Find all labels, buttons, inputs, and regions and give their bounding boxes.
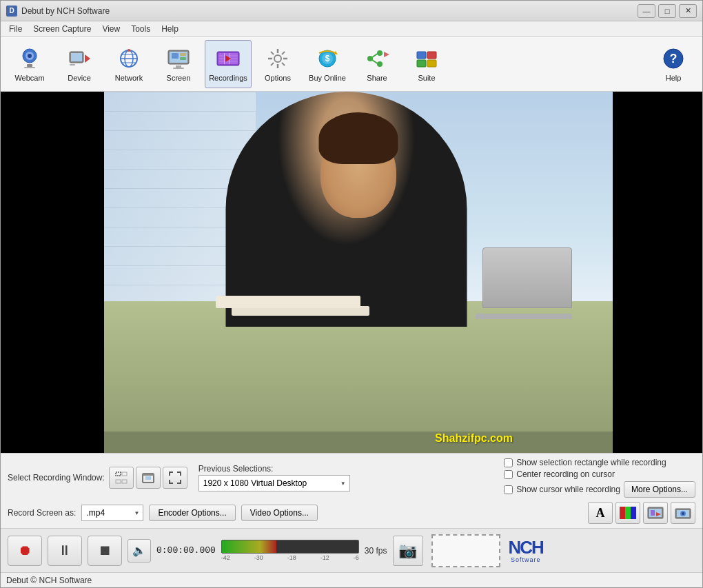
svg-rect-19 — [172, 53, 179, 59]
record-button[interactable]: ⏺ — [8, 536, 42, 566]
svg-rect-49 — [417, 60, 426, 67]
webcam-label: Webcam — [14, 74, 44, 82]
level-meter-bar — [221, 540, 359, 554]
select-window-button[interactable] — [136, 467, 161, 489]
show-cursor-text: Show cursor while recording — [516, 485, 620, 494]
select-region-button[interactable] — [109, 467, 134, 489]
format-select-wrap: .mp4 — [81, 505, 143, 521]
toolbar-device-button[interactable]: Device — [56, 40, 103, 88]
pause-button[interactable]: ⏸ — [48, 536, 82, 566]
center-on-cursor-text: Center recording on cursor — [516, 469, 615, 479]
status-bar: Debut © NCH Software — [1, 572, 702, 587]
more-options-button[interactable]: More Options... — [624, 481, 695, 498]
svg-rect-54 — [122, 472, 127, 476]
toolbar-recordings-button[interactable]: Recordings — [205, 40, 252, 88]
menu-view[interactable]: View — [96, 23, 125, 35]
menu-bar: File Screen Capture View Tools Help — [1, 21, 702, 37]
svg-rect-58 — [143, 474, 154, 476]
meter-fill — [222, 540, 276, 553]
close-button[interactable]: ✕ — [679, 4, 697, 18]
screen-icon — [166, 46, 191, 71]
device-icon — [67, 46, 92, 71]
previous-selections-select[interactable]: 1920 x 1080 Virtual Desktop — [198, 475, 350, 491]
fps-display: 30 fps — [365, 546, 387, 556]
icon-buttons-right: A — [588, 502, 695, 524]
toolbar-options-button[interactable]: Options — [254, 40, 301, 88]
stop-icon: ⏹ — [98, 543, 112, 558]
show-selection-rect-label[interactable]: Show selection rectangle while recording — [504, 458, 695, 467]
show-cursor-checkbox[interactable] — [504, 485, 513, 494]
webcam-icon — [17, 46, 42, 71]
svg-line-36 — [282, 63, 285, 65]
record-icon: ⏺ — [18, 543, 32, 558]
level-label-mid3: -12 — [320, 554, 329, 561]
fullscreen-button[interactable] — [163, 467, 187, 489]
status-text: Debut © NCH Software — [6, 576, 92, 585]
watermark: Shahzifpc.com — [435, 432, 513, 445]
toolbar-screen-button[interactable]: Screen — [155, 40, 202, 88]
svg-marker-46 — [384, 52, 389, 57]
svg-marker-7 — [85, 54, 90, 63]
svg-line-35 — [271, 52, 274, 54]
recording-window-label: Select Recording Window: — [8, 473, 105, 483]
menu-tools[interactable]: Tools — [125, 23, 156, 35]
svg-point-44 — [377, 61, 383, 67]
level-label-left: -42 — [221, 554, 230, 561]
title-bar: D Debut by NCH Software — □ ✕ — [1, 1, 702, 21]
maximize-button[interactable]: □ — [658, 4, 676, 18]
stop-button[interactable]: ⏹ — [88, 536, 122, 566]
screenshot-button[interactable]: 📷 — [393, 536, 423, 566]
menu-help[interactable]: Help — [156, 23, 184, 35]
format-select[interactable]: .mp4 — [81, 505, 143, 521]
options-icon — [265, 46, 290, 71]
share-label: Share — [367, 74, 387, 82]
toolbar-suite-button[interactable]: Suite — [403, 40, 450, 88]
video-black-right — [613, 92, 702, 453]
volume-button[interactable]: 🔈 — [128, 539, 151, 562]
video-options-button[interactable]: Video Options... — [241, 505, 318, 521]
preview-thumbnail — [431, 534, 500, 567]
svg-rect-55 — [116, 480, 121, 483]
text-overlay-button[interactable]: A — [588, 502, 613, 524]
main-window: D Debut by NCH Software — □ ✕ File Scree… — [0, 0, 703, 588]
show-selection-rect-text: Show selection rectangle while recording — [516, 458, 666, 467]
svg-line-37 — [282, 52, 285, 54]
video-black-left — [1, 92, 104, 453]
encoder-options-button[interactable]: Encoder Options... — [149, 505, 235, 521]
menu-screen-capture[interactable]: Screen Capture — [28, 23, 96, 35]
show-selection-rect-checkbox[interactable] — [504, 458, 513, 467]
svg-rect-4 — [24, 67, 35, 68]
toolbar-help-button[interactable]: ? Help — [650, 40, 697, 88]
time-lapse-button[interactable] — [643, 502, 668, 524]
toolbar-buyonline-button[interactable]: $ Buy Online — [304, 40, 351, 88]
toolbar-share-button[interactable]: Share — [354, 40, 400, 88]
level-meter: -42 -30 -18 -12 -6 — [221, 540, 359, 561]
recordings-icon — [216, 46, 241, 71]
svg-rect-65 — [651, 510, 655, 516]
level-label-right: -6 — [354, 554, 359, 561]
previous-selections-select-wrap: 1920 x 1080 Virtual Desktop — [198, 475, 350, 491]
webcam-overlay-button[interactable] — [671, 502, 695, 524]
minimize-button[interactable]: — — [638, 4, 655, 18]
previous-selections-section: Previous Selections: 1920 x 1080 Virtual… — [198, 464, 350, 491]
svg-point-2 — [28, 54, 32, 58]
text-overlay-icon: A — [596, 506, 605, 520]
toolbar-webcam-button[interactable]: Webcam — [6, 40, 53, 88]
title-buttons: — □ ✕ — [638, 4, 697, 18]
toolbar-network-button[interactable]: Network — [105, 40, 152, 88]
show-cursor-label[interactable]: Show cursor while recording More Options… — [504, 481, 695, 498]
video-content: Shahzifpc.com — [104, 92, 613, 453]
center-on-cursor-checkbox[interactable] — [504, 470, 513, 479]
svg-rect-17 — [176, 65, 181, 68]
record-screen-as-label: Record Screen as: — [8, 508, 76, 518]
menu-file[interactable]: File — [3, 23, 28, 35]
nch-logo-text: NCH — [509, 538, 543, 556]
color-overlay-button[interactable] — [615, 502, 640, 524]
controls-row1: Select Recording Window: — [8, 458, 695, 498]
svg-rect-47 — [417, 52, 426, 59]
center-on-cursor-label[interactable]: Center recording on cursor — [504, 469, 695, 479]
time-display: 0:00:00.000 — [156, 545, 216, 556]
app-icon: D — [6, 6, 17, 17]
nch-logo: NCH Software — [509, 538, 543, 563]
suite-label: Suite — [418, 74, 435, 82]
